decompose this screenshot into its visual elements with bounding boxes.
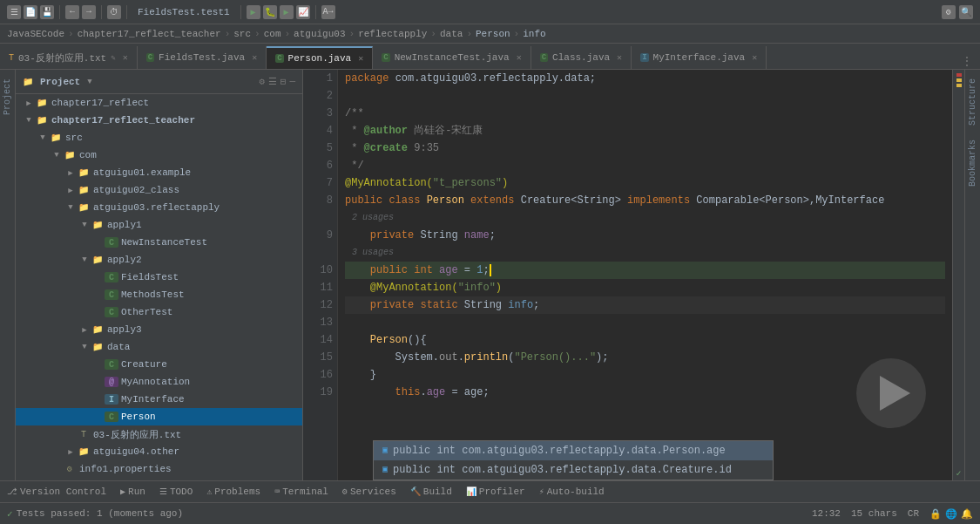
tab-overflow-icon[interactable]: ⋮ [961, 54, 973, 69]
arrow-apply2: ▼ [78, 255, 91, 264]
profiler-tab[interactable]: 📊 Profiler [466, 487, 525, 497]
breadcrumb-reflectapply[interactable]: reflectapply [358, 29, 427, 39]
tree-info1-prop[interactable]: ▶ ⚙ info1.properties [16, 460, 302, 478]
folder-src-icon: 📁 [49, 133, 63, 143]
line-col-status[interactable]: 12:32 [812, 508, 841, 519]
debug-icon[interactable]: 🐛 [263, 5, 277, 19]
services-tab[interactable]: ⚙ Services [342, 487, 396, 497]
build-label: Build [423, 487, 452, 497]
menu-icon[interactable]: ☰ [7, 5, 21, 19]
breadcrumb-chapter[interactable]: chapter17_reflect_teacher [78, 29, 221, 39]
tree-atguigu04[interactable]: ▶ 📁 atguigu04.other [16, 443, 302, 460]
arrow-com: ▼ [51, 151, 63, 160]
tree-myannotation[interactable]: ▶ @ MyAnnotation [16, 373, 302, 391]
project-caret[interactable]: ▼ [87, 78, 91, 86]
tree-methodstest[interactable]: ▶ C MethodsTest [16, 286, 302, 303]
breadcrumb-javasecode[interactable]: JavaSECode [7, 29, 64, 39]
code-line-15: System.out.println("Person()..."); [345, 349, 945, 366]
tree-person[interactable]: ▶ C Person [16, 408, 302, 425]
tree-data[interactable]: ▼ 📁 data [16, 338, 302, 356]
tab-myinterface[interactable]: I MyInterface.java ✕ [632, 46, 767, 69]
structure-panel-toggle[interactable]: Structure [966, 73, 979, 131]
tab-class[interactable]: C Class.java ✕ [531, 46, 632, 69]
folder-atguigu01-icon: 📁 [77, 167, 91, 178]
right-gutter: ✓ [952, 70, 964, 480]
autobuild-tab[interactable]: ⚡ Auto-build [539, 487, 605, 497]
arrow-teacher: ▼ [23, 116, 35, 125]
project-list-icon[interactable]: ☰ [268, 76, 277, 87]
forward-icon[interactable]: → [82, 5, 96, 19]
tree-com[interactable]: ▼ 📁 com [16, 146, 302, 164]
breadcrumb-info[interactable]: info [523, 29, 545, 39]
tab-close-class[interactable]: ✕ [617, 52, 622, 63]
breadcrumb-src[interactable]: src [233, 29, 251, 39]
tree-chapter17-reflect[interactable]: ▶ 📁 chapter17_reflect [16, 94, 302, 112]
build-icon: 🔨 [410, 487, 421, 497]
bookmarks-panel-toggle[interactable]: Bookmarks [966, 134, 979, 192]
breadcrumb-person[interactable]: Person [476, 29, 510, 39]
arrow-atguigu04: ▶ [64, 447, 77, 457]
search-icon[interactable]: 🔍 [959, 5, 973, 19]
breadcrumb-atguigu03[interactable]: atguigu03 [294, 29, 345, 39]
play-button-overlay[interactable] [856, 358, 926, 428]
tree-chapter17-teacher[interactable]: ▼ 📁 chapter17_reflect_teacher [16, 112, 302, 129]
file-icon[interactable]: 📄 [24, 5, 37, 19]
build-tab[interactable]: 🔨 Build [410, 487, 452, 497]
cls-person: Person [427, 192, 464, 209]
problems-tab[interactable]: ⚠ Problems [206, 487, 260, 497]
encoding-status[interactable]: CR [908, 508, 919, 519]
tree-apply3[interactable]: ▶ 📁 apply3 [16, 321, 302, 338]
back-icon[interactable]: ← [65, 5, 79, 19]
cmt-author: * [345, 122, 364, 140]
tree-apply1[interactable]: ▼ 📁 apply1 [16, 216, 302, 234]
todo-tab[interactable]: ☰ TODO [159, 487, 193, 497]
type-string-info: String [464, 296, 502, 314]
tree-atguigu02[interactable]: ▶ 📁 atguigu02_class [16, 181, 302, 199]
terminal-tab[interactable]: ⌨ Terminal [274, 487, 328, 497]
tab-close-fieldstest[interactable]: ✕ [252, 52, 257, 63]
tab-fieldstest[interactable]: C FieldsTest.java ✕ [138, 46, 267, 69]
gutter-error-1 [956, 73, 962, 77]
coverage-icon[interactable]: 📈 [296, 5, 310, 19]
tree-label-apply1: apply1 [107, 220, 142, 230]
breadcrumb-data[interactable]: data [440, 29, 463, 39]
tree-atguigu03[interactable]: ▼ 📁 atguigu03.reflectapply [16, 199, 302, 216]
tab-newinstance[interactable]: C NewInstanceTest.java ✕ [373, 46, 531, 69]
popup-item-2[interactable]: ▣ public int com.atguigu03.reflectapply.… [374, 460, 773, 480]
project-panel-toggle[interactable]: Project [1, 73, 14, 120]
tree-apply2[interactable]: ▼ 📁 apply2 [16, 251, 302, 269]
version-control-tab[interactable]: ⎇ Version Control [7, 487, 106, 497]
tree-txt-reflect[interactable]: ▶ T 03-反射的应用.txt [16, 425, 302, 443]
tree-myinterface[interactable]: ▶ I MyInterface [16, 391, 302, 408]
code-line-14: Person(){ [345, 331, 945, 349]
usages-2: 2 usages [352, 209, 394, 227]
save-icon[interactable]: 💾 [40, 5, 54, 19]
tab-反射应用[interactable]: T 03-反射的应用.txt ✎ ✕ [0, 46, 138, 69]
translate-icon[interactable]: A→ [321, 5, 335, 19]
project-settings-icon[interactable]: ⚙ [259, 76, 265, 87]
project-close-icon[interactable]: — [289, 76, 295, 87]
tab-person[interactable]: C Person.java ✕ [267, 46, 373, 69]
project-collapse-icon[interactable]: ⊟ [280, 76, 287, 87]
run-tab[interactable]: ▶ Run [120, 487, 145, 497]
tab-close-person[interactable]: ✕ [358, 53, 363, 64]
recent-files-icon[interactable]: ⏱ [107, 5, 121, 19]
tree-newinstance[interactable]: ▶ C NewInstanceTest [16, 234, 302, 251]
breadcrumb-com[interactable]: com [264, 29, 281, 39]
settings-icon[interactable]: ⚙ [942, 5, 956, 19]
build-icon[interactable]: ▶ [247, 5, 260, 19]
tree-src[interactable]: ▼ 📁 src [16, 129, 302, 146]
tree-creature[interactable]: ▶ C Creature [16, 356, 302, 373]
tab-close-newinstance[interactable]: ✕ [517, 52, 522, 63]
run-icon[interactable]: ▶ [280, 5, 294, 19]
folder-apply2-icon: 📁 [91, 255, 105, 265]
popup-item-1[interactable]: ▣ public int com.atguigu03.reflectapply.… [374, 441, 773, 460]
tree-atguigu01[interactable]: ▶ 📁 atguigu01.example [16, 164, 302, 181]
code-content[interactable]: package com.atguigu03.reflectapply.data;… [338, 70, 952, 480]
tab-close[interactable]: ✕ [123, 52, 128, 63]
tree-fieldstest[interactable]: ▶ C FieldsTest [16, 269, 302, 286]
tab-close-myinterface[interactable]: ✕ [752, 52, 757, 63]
tree-label-fieldstest: FieldsTest [121, 272, 179, 282]
line-num-9: 9 [308, 227, 333, 244]
tree-othertest[interactable]: ▶ C OtherTest [16, 303, 302, 321]
